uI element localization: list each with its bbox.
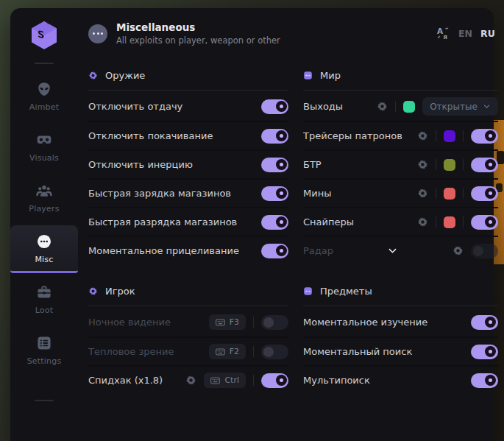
gear-icon[interactable] bbox=[185, 375, 196, 386]
separator bbox=[436, 159, 436, 170]
toggle-switch[interactable] bbox=[261, 215, 288, 230]
app-logo: S G bbox=[27, 18, 61, 52]
color-swatch[interactable] bbox=[444, 130, 455, 142]
sidebar-item-label: Players bbox=[29, 204, 59, 214]
toggle-switch[interactable] bbox=[471, 315, 498, 330]
section-player: ИгрокНочное видениеF3Тепловое зрениеF2Сп… bbox=[88, 283, 288, 394]
sidebar-divider-bottom bbox=[35, 400, 54, 401]
lang-ru-button[interactable]: RU bbox=[480, 28, 495, 39]
section-rows: ВыходыОткрытыеТрейсеры патроновБТРМиныСн… bbox=[303, 92, 498, 264]
sidebar-item-label: Settings bbox=[27, 356, 62, 366]
hotkey-badge[interactable]: F3 bbox=[209, 314, 246, 330]
sidebar-item-label: Misc bbox=[35, 255, 53, 264]
feature-row: Снайперы bbox=[303, 207, 498, 236]
toggle-switch[interactable] bbox=[261, 99, 288, 114]
color-swatch[interactable] bbox=[444, 216, 455, 228]
section-divider bbox=[88, 90, 288, 91]
sidebar-item-aimbet[interactable]: Aimbet bbox=[10, 73, 78, 121]
separator bbox=[436, 188, 436, 199]
list-settings-icon bbox=[36, 335, 52, 351]
toggle-switch[interactable] bbox=[471, 244, 498, 258]
chevron-down-icon bbox=[483, 102, 491, 110]
feature-label: Быстрая разрядка магазинов bbox=[88, 216, 237, 227]
svg-text:я: я bbox=[444, 33, 448, 40]
color-swatch[interactable] bbox=[444, 188, 455, 200]
section-header: Игрок bbox=[88, 283, 288, 298]
sidebar-item-settings[interactable]: Settings bbox=[10, 327, 78, 375]
dots-square-icon bbox=[303, 71, 313, 80]
feature-row: Быстрая разрядка магазинов bbox=[88, 207, 288, 236]
separator bbox=[253, 375, 254, 386]
gear-icon[interactable] bbox=[377, 101, 388, 112]
svg-text:G: G bbox=[46, 19, 54, 27]
chevron-down-icon[interactable] bbox=[387, 245, 398, 256]
section-header: Оружие bbox=[88, 68, 288, 82]
hotkey-badge[interactable]: Ctrl bbox=[204, 373, 246, 388]
cheat-menu-window: S G AimbetVisualsPlayersMiscLootSettings… bbox=[10, 8, 494, 441]
toggle-switch[interactable] bbox=[261, 186, 288, 201]
section-header: Предметы bbox=[303, 283, 498, 298]
briefcase-icon bbox=[36, 284, 52, 300]
translate-icon[interactable]: A я bbox=[436, 27, 450, 40]
section-rows: Ночное видениеF3Тепловое зрениеF2Спидхак… bbox=[88, 308, 288, 394]
toggle-switch[interactable] bbox=[471, 186, 498, 201]
gear-icon[interactable] bbox=[417, 130, 428, 141]
sidebar-item-players[interactable]: Players bbox=[10, 174, 78, 222]
feature-label: Мины bbox=[303, 188, 331, 199]
gear-icon[interactable] bbox=[417, 188, 428, 199]
gear-icon[interactable] bbox=[417, 216, 428, 227]
ellipsis-circle-icon bbox=[88, 24, 107, 43]
color-swatch[interactable] bbox=[403, 101, 415, 113]
toggle-switch[interactable] bbox=[261, 373, 288, 388]
section-title: Предметы bbox=[320, 286, 372, 297]
dots-square-icon bbox=[303, 286, 313, 296]
toggle-switch[interactable] bbox=[471, 373, 498, 388]
hotkey-label: F3 bbox=[230, 317, 239, 327]
gear-icon[interactable] bbox=[452, 245, 464, 256]
gear-icon bbox=[88, 286, 98, 296]
section-items: ПредметыМоментальное изучениеМоментальны… bbox=[303, 283, 498, 394]
toggle-switch[interactable] bbox=[261, 315, 288, 330]
sections-grid: ОружиеОтключить отдачуОтключить покачива… bbox=[88, 68, 498, 394]
separator bbox=[436, 130, 436, 141]
toggle-switch[interactable] bbox=[471, 345, 498, 359]
feature-row: Тепловое зрениеF2 bbox=[88, 336, 288, 365]
color-swatch[interactable] bbox=[444, 159, 455, 171]
feature-row: Трейсеры патронов bbox=[303, 121, 498, 149]
hotkey-label: F2 bbox=[230, 347, 239, 356]
toggle-switch[interactable] bbox=[471, 215, 498, 230]
sidebar-item-loot[interactable]: Loot bbox=[10, 276, 78, 324]
gear-icon[interactable] bbox=[417, 159, 428, 170]
feature-label: Отключить инерцию bbox=[88, 159, 193, 170]
toggle-switch[interactable] bbox=[261, 345, 288, 359]
hotkey-label: Ctrl bbox=[224, 375, 239, 385]
feature-row: Отключить инерцию bbox=[88, 149, 288, 178]
feature-row: Моментальное изучение bbox=[303, 308, 498, 336]
separator bbox=[395, 101, 396, 112]
dropdown-select[interactable]: Открытые bbox=[422, 97, 498, 116]
sidebar-item-label: Visuals bbox=[29, 153, 59, 163]
toggle-switch[interactable] bbox=[471, 158, 498, 172]
hotkey-badge[interactable]: F2 bbox=[209, 344, 246, 359]
lang-en-button[interactable]: EN bbox=[458, 28, 472, 39]
feature-row: БТР bbox=[303, 149, 498, 178]
feature-label: Спидхак (x1.8) bbox=[88, 375, 163, 386]
page-subtitle: All exploits on player, weapon or other bbox=[116, 35, 280, 46]
sidebar-item-visuals[interactable]: Visuals bbox=[10, 124, 78, 172]
toggle-switch[interactable] bbox=[261, 244, 288, 258]
toggle-switch[interactable] bbox=[261, 158, 288, 172]
section-rows: Отключить отдачуОтключить покачиваниеОтк… bbox=[88, 92, 288, 264]
toggle-switch[interactable] bbox=[261, 129, 288, 144]
alien-icon bbox=[36, 81, 52, 97]
sidebar-item-misc[interactable]: Misc bbox=[10, 225, 78, 273]
ellipsis-circle-icon bbox=[36, 233, 52, 250]
sidebar-item-label: Loot bbox=[35, 306, 54, 315]
feature-row: ВыходыОткрытые bbox=[303, 92, 498, 121]
feature-row: Быстрая зарядка магазинов bbox=[88, 178, 288, 207]
section-divider bbox=[88, 306, 288, 306]
feature-row: Мультипоиск bbox=[303, 365, 498, 394]
feature-row: Мины bbox=[303, 178, 498, 207]
toggle-switch[interactable] bbox=[471, 129, 498, 144]
players-icon bbox=[36, 183, 52, 199]
feature-row: Спидхак (x1.8)Ctrl bbox=[88, 365, 288, 394]
